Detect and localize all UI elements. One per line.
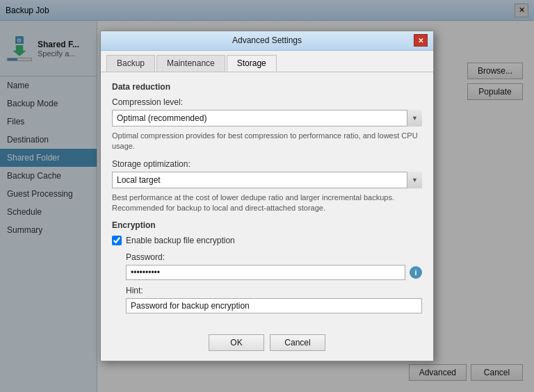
enable-encryption-label: Enable backup file encryption: [126, 236, 235, 245]
compression-select[interactable]: Optimal (recommended): [112, 110, 422, 126]
encryption-title: Encryption: [112, 220, 422, 230]
modal-overlay: Advanced Settings ✕ Backup Maintenance S…: [0, 0, 534, 392]
ok-button[interactable]: OK: [209, 334, 264, 351]
dialog-cancel-button[interactable]: Cancel: [270, 334, 325, 351]
tab-backup[interactable]: Backup: [106, 55, 155, 72]
compression-select-wrapper: Optimal (recommended) ▼: [112, 110, 422, 126]
dialog-title: Advanced Settings: [120, 35, 414, 45]
storage-help-text: Best performance at the cost of lower de…: [112, 193, 422, 214]
storage-select-wrapper: Local target ▼: [112, 172, 422, 188]
encryption-fields: Password: i Hint:: [112, 252, 422, 313]
compression-label: Compression level:: [112, 97, 422, 107]
hint-input-wrapper: [126, 298, 422, 313]
hint-label: Hint:: [126, 286, 422, 295]
password-label: Password:: [126, 252, 422, 262]
advanced-settings-dialog: Advanced Settings ✕ Backup Maintenance S…: [100, 31, 434, 362]
info-icon[interactable]: i: [410, 266, 422, 279]
enable-encryption-checkbox[interactable]: [112, 236, 122, 245]
dialog-close-button[interactable]: ✕: [414, 34, 428, 47]
password-row: i: [126, 265, 422, 280]
storage-label: Storage optimization:: [112, 159, 422, 169]
encryption-section: Encryption Enable backup file encryption…: [112, 220, 422, 313]
hint-input[interactable]: [126, 298, 422, 313]
dialog-footer: OK Cancel: [101, 327, 433, 361]
password-input[interactable]: [126, 265, 405, 280]
dialog-body: Data reduction Compression level: Optima…: [101, 72, 433, 328]
enable-encryption-row: Enable backup file encryption: [112, 236, 422, 245]
storage-select[interactable]: Local target: [112, 172, 422, 188]
data-reduction-title: Data reduction: [112, 82, 422, 92]
dialog-tabs: Backup Maintenance Storage: [101, 51, 433, 72]
compression-help-text: Optimal compression provides for best co…: [112, 131, 422, 152]
tab-storage[interactable]: Storage: [227, 55, 277, 72]
dialog-titlebar: Advanced Settings ✕: [101, 31, 433, 51]
tab-maintenance[interactable]: Maintenance: [156, 55, 225, 72]
